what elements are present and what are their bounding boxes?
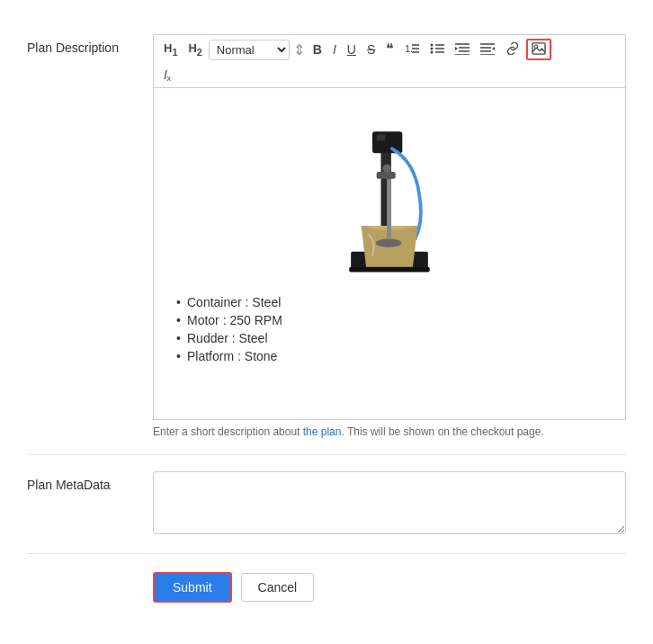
svg-point-6 <box>431 51 434 54</box>
form-footer: Submit Cancel <box>27 554 626 612</box>
format-select[interactable]: Normal Heading 1 Heading 2 Heading 3 <box>209 40 290 60</box>
plan-description-row: Plan Description H1 H2 Normal Heading 1 … <box>27 18 626 455</box>
plan-description-label: Plan Description <box>27 34 153 58</box>
h2-button[interactable]: H2 <box>183 40 206 59</box>
svg-rect-26 <box>387 179 391 239</box>
svg-rect-20 <box>532 43 545 54</box>
link-button[interactable] <box>501 40 524 59</box>
content-bullet-list: Container : Steel Motor : 250 RPM Rudder… <box>167 295 612 363</box>
unordered-list-button[interactable] <box>425 40 449 59</box>
svg-marker-14 <box>455 47 458 50</box>
bullet-item-4: Platform : Stone <box>176 349 612 363</box>
svg-point-27 <box>376 238 402 247</box>
plan-metadata-label: Plan MetaData <box>27 471 153 495</box>
clear-format-button[interactable]: Ix <box>159 66 172 84</box>
metadata-input[interactable] <box>153 471 626 534</box>
bullet-item-3: Rudder : Steel <box>176 331 612 345</box>
submit-button[interactable]: Submit <box>153 572 232 603</box>
indent-right-button[interactable] <box>476 40 499 59</box>
svg-point-30 <box>382 165 391 174</box>
underline-button[interactable]: U <box>343 40 361 58</box>
metadata-wrap <box>153 471 626 537</box>
bullet-item-1: Container : Steel <box>176 295 612 309</box>
ordered-list-button[interactable]: 1. <box>400 40 424 59</box>
strikethrough-button[interactable]: S <box>362 40 380 58</box>
svg-point-5 <box>431 48 434 50</box>
svg-text:1.: 1. <box>405 43 413 54</box>
svg-rect-25 <box>377 134 386 141</box>
editor-toolbar-row1: H1 H2 Normal Heading 1 Heading 2 Heading… <box>153 34 626 64</box>
indent-left-button[interactable] <box>451 40 474 59</box>
cancel-button[interactable]: Cancel <box>241 573 315 602</box>
h1-button[interactable]: H1 <box>159 40 182 59</box>
helper-text: Enter a short description about the plan… <box>153 425 626 438</box>
editor-wrapper: H1 H2 Normal Heading 1 Heading 2 Heading… <box>153 34 626 438</box>
editor-toolbar-row2: Ix <box>153 64 626 87</box>
editor-content[interactable]: Container : Steel Motor : 250 RPM Rudder… <box>153 87 626 420</box>
helper-text-link: the plan <box>303 425 342 438</box>
svg-rect-29 <box>377 172 396 179</box>
editor-image <box>167 102 612 284</box>
plan-metadata-row: Plan MetaData <box>27 455 626 554</box>
bold-button[interactable]: B <box>309 40 326 58</box>
image-button[interactable] <box>526 39 551 60</box>
svg-rect-28 <box>349 267 430 273</box>
svg-marker-19 <box>492 47 495 50</box>
bullet-item-2: Motor : 250 RPM <box>176 313 612 327</box>
svg-point-4 <box>431 44 434 47</box>
blockquote-button[interactable]: ❝ <box>381 40 398 59</box>
italic-button[interactable]: I <box>328 40 341 58</box>
